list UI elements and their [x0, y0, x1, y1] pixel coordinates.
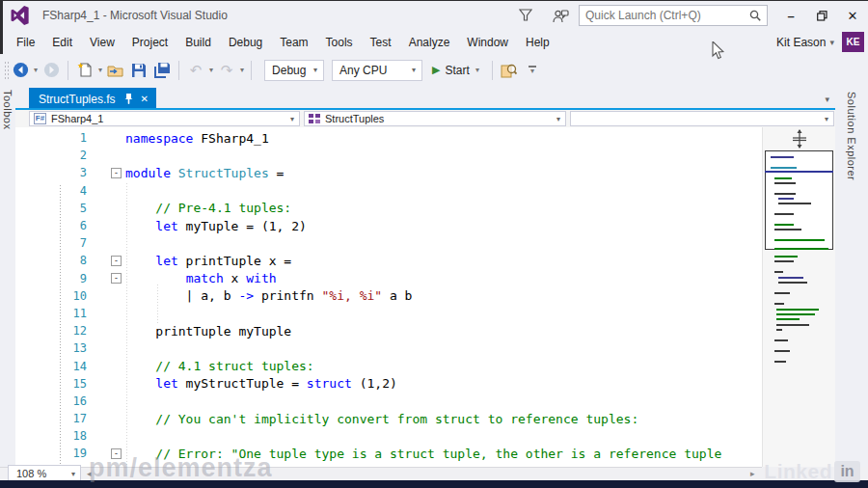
toolbox-panel-tab[interactable]: Toolbox: [2, 90, 14, 129]
tab-label: StructTuples.fs: [39, 93, 116, 106]
minimap-viewport[interactable]: [765, 150, 833, 250]
code-line-3[interactable]: 3-module StructTuples =: [15, 164, 721, 181]
menu-item-project[interactable]: Project: [123, 32, 176, 53]
redo-caret-icon[interactable]: ▾: [238, 66, 246, 74]
menu-item-edit[interactable]: Edit: [43, 32, 81, 53]
code-line-16[interactable]: 16: [15, 393, 721, 410]
menu-item-test[interactable]: Test: [362, 32, 400, 53]
code-line-15[interactable]: 15 let myStructTuple = struct (1,2): [15, 375, 721, 393]
minimap-code-bar: [776, 324, 809, 326]
code-text: let myStructTuple = struct (1,2): [125, 376, 397, 391]
quick-launch-input[interactable]: [580, 7, 748, 24]
start-label: Start: [446, 64, 470, 77]
menu-item-debug[interactable]: Debug: [220, 32, 271, 53]
minimap-code-bar: [778, 282, 807, 284]
send-feedback-icon[interactable]: [550, 6, 571, 25]
document-list-caret-icon[interactable]: ▾: [825, 95, 829, 104]
navigate-forward-button[interactable]: [41, 59, 62, 82]
fold-collapse-box[interactable]: -: [111, 256, 122, 266]
find-in-files-button[interactable]: [499, 59, 520, 82]
code-line-5[interactable]: 5 // Pre-4.1 tuples:: [15, 200, 721, 217]
search-icon[interactable]: [748, 9, 762, 22]
code-text: // Pre-4.1 tuples:: [125, 201, 291, 215]
member-dropdown[interactable]: ▾: [570, 111, 834, 126]
line-number: 14: [15, 360, 87, 373]
solution-explorer-panel-tab[interactable]: Solution Explorer: [846, 92, 857, 180]
document-tab-strip: StructTuples.fs ✕ ▾: [15, 88, 835, 110]
toolbar-grip[interactable]: [4, 61, 9, 80]
menu-item-team[interactable]: Team: [271, 32, 316, 53]
user-avatar-badge[interactable]: KE: [842, 32, 864, 52]
code-editor[interactable]: 1namespace FSharp4_123-module StructTupl…: [15, 127, 762, 467]
new-file-button[interactable]: [74, 59, 95, 82]
navigate-back-caret-icon[interactable]: ▾: [32, 66, 40, 74]
redo-button[interactable]: ↷: [216, 59, 237, 82]
code-line-13[interactable]: 13: [15, 339, 721, 357]
user-dropdown-caret-icon[interactable]: ▾: [829, 38, 834, 47]
menu-item-analyze[interactable]: Analyze: [400, 32, 459, 53]
code-line-4[interactable]: 4: [15, 182, 721, 200]
minimap-code-bar: [774, 193, 796, 195]
code-line-12[interactable]: 12 printTuple myTuple: [15, 322, 721, 339]
open-file-button[interactable]: [105, 59, 126, 82]
code-text: | a, b -> printfn "%i, %i" a b: [125, 288, 412, 303]
type-dropdown[interactable]: StructTuples ▾: [304, 111, 566, 126]
feedback-filter-icon[interactable]: [515, 6, 536, 25]
tab-close-icon[interactable]: ✕: [141, 94, 149, 104]
minimap-code-bar: [771, 156, 794, 158]
save-all-button[interactable]: [151, 59, 173, 82]
restore-button[interactable]: [806, 3, 837, 28]
code-line-9[interactable]: 9- match x with: [15, 270, 721, 287]
start-caret-icon[interactable]: ▾: [474, 66, 481, 74]
code-line-2[interactable]: 2: [15, 147, 721, 164]
solution-configuration-combo[interactable]: Debug ▾: [264, 60, 324, 81]
code-line-1[interactable]: 1namespace FSharp4_1: [15, 129, 721, 147]
minimap-code-bar: [778, 203, 811, 204]
line-number: 18: [15, 429, 87, 443]
minimize-button[interactable]: –: [775, 3, 806, 28]
start-debugging-button[interactable]: ▶ Start ▾: [432, 64, 481, 77]
signed-in-user[interactable]: Kit Eason: [776, 36, 826, 49]
code-line-17[interactable]: 17 // You can't implicitly convert from …: [15, 410, 721, 427]
new-file-caret-icon[interactable]: ▾: [96, 66, 104, 74]
code-line-7[interactable]: 7: [15, 234, 721, 252]
fold-collapse-box[interactable]: -: [111, 168, 122, 178]
project-caret-icon: ▾: [290, 115, 299, 123]
code-line-11[interactable]: 11: [15, 305, 721, 322]
code-line-14[interactable]: 14 // 4.1 struct tuples:: [15, 357, 721, 374]
minimap-code-bar: [774, 260, 794, 262]
code-line-6[interactable]: 6 let myTuple = (1, 2): [15, 217, 721, 234]
menu-item-window[interactable]: Window: [458, 32, 517, 53]
scrollbar-minimap[interactable]: [762, 127, 835, 467]
line-number: 5: [15, 202, 87, 215]
minimap-caret-line: [765, 171, 833, 173]
menu-item-view[interactable]: View: [81, 32, 123, 53]
scroll-right-icon[interactable]: ▸: [750, 469, 755, 478]
fold-collapse-box[interactable]: -: [111, 273, 122, 284]
undo-button[interactable]: ↶: [185, 59, 206, 82]
code-text: printTuple myTuple: [125, 324, 291, 339]
menu-item-build[interactable]: Build: [176, 32, 220, 53]
configuration-caret-icon: ▾: [308, 66, 323, 74]
menu-item-file[interactable]: File: [8, 32, 43, 53]
pin-icon[interactable]: [124, 94, 133, 104]
title-bar[interactable]: FSharp4_1 - Microsoft Visual Studio – ✕: [0, 1, 868, 30]
save-button[interactable]: [128, 59, 149, 82]
menu-item-tools[interactable]: Tools: [317, 32, 362, 53]
menu-item-help[interactable]: Help: [517, 32, 558, 53]
linkedin-wordmark: Linked: [764, 460, 832, 483]
tab-structtuples[interactable]: StructTuples.fs ✕: [29, 88, 156, 110]
code-line-10[interactable]: 10 | a, b -> printfn "%i, %i" a b: [15, 287, 721, 305]
navigate-back-button[interactable]: [10, 59, 31, 82]
line-number: 12: [15, 324, 87, 338]
toolbar-overflow-button[interactable]: ▾: [522, 59, 543, 82]
minimap-code-bar: [774, 182, 796, 184]
close-button[interactable]: ✕: [837, 3, 868, 28]
undo-caret-icon[interactable]: ▾: [207, 66, 215, 74]
project-dropdown[interactable]: F# FSharp4_1 ▾: [29, 111, 300, 126]
solution-platform-combo[interactable]: Any CPU ▾: [332, 60, 422, 81]
code-line-8[interactable]: 8- let printTuple x =: [15, 252, 721, 269]
code-line-18[interactable]: 18: [15, 427, 721, 445]
quick-launch-box[interactable]: [579, 5, 768, 26]
editor-split-handle-icon[interactable]: [790, 129, 809, 149]
